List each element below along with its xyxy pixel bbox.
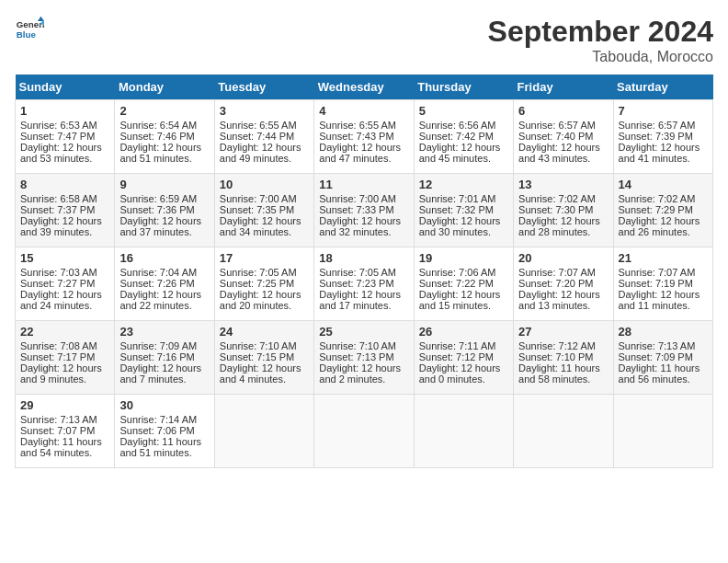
day-number: 2 [119, 104, 209, 118]
cell-content: Sunrise: 7:05 AM [319, 267, 408, 278]
calendar-cell [514, 395, 613, 468]
cell-content: Sunset: 7:17 PM [20, 351, 109, 362]
cell-content: Daylight: 12 hours [119, 142, 209, 153]
day-number: 20 [518, 251, 608, 265]
cell-content: and 0 minutes. [419, 373, 508, 385]
calendar-cell: 6Sunrise: 6:57 AMSunset: 7:40 PMDaylight… [514, 100, 613, 174]
cell-content: Sunset: 7:29 PM [619, 204, 708, 215]
cell-content: Sunset: 7:26 PM [119, 278, 209, 289]
cell-content: Daylight: 12 hours [518, 215, 608, 226]
day-number: 10 [220, 178, 309, 191]
cell-content: Sunrise: 7:10 AM [220, 340, 309, 351]
day-number: 1 [20, 104, 109, 118]
calendar-cell: 2Sunrise: 6:54 AMSunset: 7:46 PMDaylight… [115, 100, 214, 174]
cell-content: Daylight: 12 hours [119, 289, 209, 300]
cell-content: Sunrise: 7:02 AM [518, 193, 608, 204]
calendar-row-3: 15Sunrise: 7:03 AMSunset: 7:27 PMDayligh… [16, 247, 713, 321]
cell-content: Daylight: 11 hours [20, 436, 109, 447]
cell-content: Daylight: 11 hours [119, 436, 209, 447]
cell-content: and 2 minutes. [319, 373, 408, 385]
title-block: September 2024 Tabouda, Morocco [488, 15, 713, 65]
calendar-cell: 7Sunrise: 6:57 AMSunset: 7:39 PMDaylight… [613, 100, 712, 174]
cell-content: Sunrise: 6:56 AM [419, 120, 508, 131]
calendar-cell: 15Sunrise: 7:03 AMSunset: 7:27 PMDayligh… [16, 247, 115, 321]
cell-content: Sunrise: 7:05 AM [220, 267, 309, 278]
cell-content: and 51 minutes. [119, 153, 209, 164]
cell-content: Sunrise: 7:13 AM [20, 414, 109, 425]
cell-content: Sunset: 7:19 PM [619, 278, 708, 289]
day-number: 27 [518, 325, 608, 339]
calendar-row-2: 8Sunrise: 6:58 AMSunset: 7:37 PMDaylight… [16, 174, 713, 247]
cell-content: Sunrise: 6:53 AM [20, 120, 109, 131]
calendar-cell: 5Sunrise: 6:56 AMSunset: 7:42 PMDaylight… [414, 100, 513, 174]
cell-content: and 53 minutes. [20, 153, 109, 164]
calendar-cell [613, 395, 712, 468]
cell-content: Sunrise: 6:57 AM [619, 120, 708, 131]
cell-content: Daylight: 12 hours [220, 142, 309, 153]
cell-content: and 30 minutes. [419, 226, 508, 237]
cell-content: and 9 minutes. [20, 373, 109, 385]
calendar-cell [414, 395, 513, 468]
cell-content: Sunrise: 7:12 AM [518, 340, 608, 351]
logo-icon: General Blue [15, 15, 44, 44]
cell-content: Sunrise: 7:07 AM [518, 267, 608, 278]
cell-content: and 51 minutes. [119, 447, 209, 458]
calendar-cell [314, 395, 414, 468]
month-title: September 2024 [488, 15, 713, 49]
cell-content: Sunrise: 7:11 AM [419, 340, 508, 351]
location: Tabouda, Morocco [488, 49, 713, 65]
day-number: 16 [119, 251, 209, 265]
cell-content: Sunrise: 6:55 AM [220, 120, 309, 131]
cell-content: Daylight: 12 hours [518, 142, 608, 153]
cell-content: Daylight: 11 hours [619, 362, 708, 373]
cell-content: Sunrise: 7:06 AM [419, 267, 508, 278]
cell-content: and 7 minutes. [119, 373, 209, 385]
cell-content: Sunrise: 7:14 AM [119, 414, 209, 425]
cell-content: Daylight: 12 hours [518, 289, 608, 300]
day-number: 24 [220, 325, 309, 339]
calendar-cell: 18Sunrise: 7:05 AMSunset: 7:23 PMDayligh… [314, 247, 414, 321]
cell-content: Daylight: 12 hours [419, 215, 508, 226]
cell-content: and 58 minutes. [518, 373, 608, 385]
calendar-cell: 3Sunrise: 6:55 AMSunset: 7:44 PMDaylight… [214, 100, 313, 174]
day-number: 5 [419, 104, 508, 118]
cell-content: Sunset: 7:23 PM [319, 278, 408, 289]
day-number: 13 [518, 178, 608, 191]
calendar-row-4: 22Sunrise: 7:08 AMSunset: 7:17 PMDayligh… [16, 321, 713, 395]
cell-content: Daylight: 12 hours [319, 215, 408, 226]
cell-content: Sunset: 7:25 PM [220, 278, 309, 289]
day-number: 23 [119, 325, 209, 339]
cell-content: Sunset: 7:43 PM [319, 131, 408, 142]
cell-content: Daylight: 12 hours [619, 289, 708, 300]
calendar-cell: 16Sunrise: 7:04 AMSunset: 7:26 PMDayligh… [115, 247, 214, 321]
calendar-cell: 10Sunrise: 7:00 AMSunset: 7:35 PMDayligh… [214, 174, 313, 247]
cell-content: and 56 minutes. [619, 373, 708, 385]
calendar-cell: 27Sunrise: 7:12 AMSunset: 7:10 PMDayligh… [514, 321, 613, 395]
day-number: 21 [619, 251, 708, 265]
calendar-cell: 14Sunrise: 7:02 AMSunset: 7:29 PMDayligh… [613, 174, 712, 247]
cell-content: Sunset: 7:42 PM [419, 131, 508, 142]
cell-content: Sunrise: 6:57 AM [518, 120, 608, 131]
calendar-cell: 29Sunrise: 7:13 AMSunset: 7:07 PMDayligh… [16, 395, 115, 468]
cell-content: Daylight: 12 hours [419, 142, 508, 153]
day-number: 3 [220, 104, 309, 118]
svg-text:Blue: Blue [17, 29, 37, 40]
weekday-header-wednesday: Wednesday [314, 75, 414, 100]
cell-content: and 43 minutes. [518, 153, 608, 164]
calendar-cell: 21Sunrise: 7:07 AMSunset: 7:19 PMDayligh… [613, 247, 712, 321]
cell-content: Sunset: 7:10 PM [518, 351, 608, 362]
calendar-cell: 8Sunrise: 6:58 AMSunset: 7:37 PMDaylight… [16, 174, 115, 247]
day-number: 8 [20, 178, 109, 191]
cell-content: Daylight: 11 hours [518, 362, 608, 373]
cell-content: and 45 minutes. [419, 153, 508, 164]
weekday-header-tuesday: Tuesday [214, 75, 313, 100]
cell-content: Sunrise: 7:04 AM [119, 267, 209, 278]
calendar-cell: 12Sunrise: 7:01 AMSunset: 7:32 PMDayligh… [414, 174, 513, 247]
cell-content: and 11 minutes. [619, 300, 708, 311]
cell-content: Daylight: 12 hours [20, 362, 109, 373]
calendar-cell: 22Sunrise: 7:08 AMSunset: 7:17 PMDayligh… [16, 321, 115, 395]
weekday-header-monday: Monday [115, 75, 214, 100]
cell-content: Daylight: 12 hours [319, 142, 408, 153]
calendar-cell: 9Sunrise: 6:59 AMSunset: 7:36 PMDaylight… [115, 174, 214, 247]
cell-content: and 24 minutes. [20, 300, 109, 311]
